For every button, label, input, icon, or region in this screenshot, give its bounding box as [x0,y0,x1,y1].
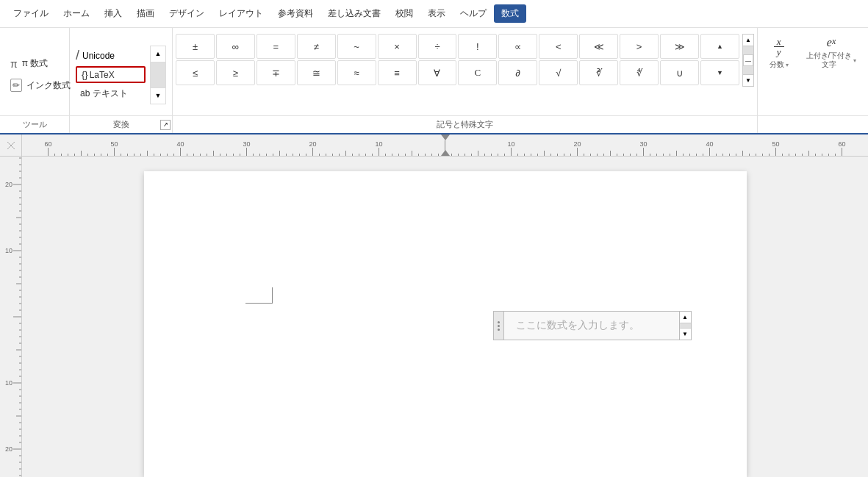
sym-gg[interactable]: ≫ [660,34,699,59]
text-btn[interactable]: ab テキスト [76,86,146,101]
menu-draw[interactable]: 描画 [129,4,162,23]
sym-scroll1[interactable]: ▲ [700,34,739,59]
menu-design[interactable]: デザイン [162,4,212,23]
menu-layout[interactable]: レイアウト [212,4,270,23]
svg-text:30: 30 [243,140,250,148]
svg-text:20: 20 [5,181,12,188]
formula-section: x y 分数 ▾ e x 上付き/下付き文字 ▾ [758,28,868,133]
sym-gt[interactable]: > [620,34,659,59]
sym-inf[interactable]: ∞ [216,34,255,59]
equation-scrollbar: ▲ ▼ [680,311,692,340]
svg-text:60: 60 [44,140,51,148]
symbols-scroll-mid[interactable]: — [743,54,753,66]
tools-label: ツール [23,119,47,130]
conversion-scroll-down[interactable]: ▼ [151,87,165,104]
symbols-label: 記号と特殊文字 [437,119,493,130]
menu-view[interactable]: 表示 [420,4,453,23]
menu-equation[interactable]: 数式 [494,4,526,23]
sym-ge[interactable]: ≥ [216,60,255,85]
sym-partial[interactable]: ∂ [498,60,537,85]
sym-propto[interactable]: ∝ [498,34,537,59]
svg-text:10: 10 [375,140,382,148]
tools-label-row: ツール [0,115,69,133]
sym-neq[interactable]: ≠ [297,34,336,59]
menu-insert[interactable]: 挿入 [97,4,129,23]
sym-excl[interactable]: ! [458,34,497,59]
main-area: 20101020 [0,157,868,477]
equation-box-container: ここに数式を入力します。 ▲ ▼ [493,311,692,340]
vertical-ruler: 20101020 [0,157,22,477]
sym-scroll2[interactable]: ▼ [700,60,739,85]
curly-braces-icon: {} [82,69,88,80]
ink-equation-btn[interactable]: ✏ インク数式 [6,76,75,94]
equation-scroll-up[interactable]: ▲ [680,312,691,323]
equation-btn[interactable]: π π 数式 [6,55,52,72]
superscript-label: 上付き/下付き文字 [806,51,853,69]
superscript-btn[interactable]: e x 上付き/下付き文字 ▾ [803,34,860,72]
menu-bar: ファイル ホーム 挿入 描画 デザイン レイアウト 参考資料 差し込み文書 校閲… [0,0,868,28]
symbols-section: ± ∞ = ≠ ~ × ÷ ! ∝ < ≪ > ≫ ▲ ≤ [173,28,758,133]
sym-cup[interactable]: ∪ [660,60,699,85]
fraction-btn[interactable]: x y 分数 ▾ [767,34,792,73]
horizontal-ruler: 605040302010102030405060 [22,135,868,157]
symbols-label-row: 記号と特殊文字 [173,115,757,133]
svg-text:20: 20 [309,140,316,148]
sym-le[interactable]: ≤ [176,60,215,85]
conversion-scroll-up[interactable]: ▲ [151,46,165,62]
formula-label-row [758,115,868,133]
sym-sqrt[interactable]: √ [539,60,578,85]
sym-div[interactable]: ÷ [418,34,457,59]
svg-text:20: 20 [573,140,581,148]
sym-equiv[interactable]: ≡ [378,60,417,85]
sym-approx[interactable]: ≈ [337,60,376,85]
sym-eq[interactable]: = [257,34,295,59]
sym-forall[interactable]: ∀ [418,60,457,85]
sym-times[interactable]: × [378,34,417,59]
sym-mp[interactable]: ∓ [257,60,295,85]
ink-icon: ✏ [10,79,22,92]
sym-tilde[interactable]: ~ [337,34,376,59]
tools-section: π π 数式 ✏ インク数式 ツール [0,28,70,133]
menu-mailings[interactable]: 差し込み文書 [320,4,388,23]
sym-pm[interactable]: ± [176,34,215,59]
symbols-scroll-up[interactable]: ▲ [743,35,753,46]
latex-btn[interactable]: {} LaTeX [76,66,146,83]
menu-references[interactable]: 参考資料 [270,4,320,23]
sym-cong[interactable]: ≅ [297,60,336,85]
svg-text:20: 20 [5,445,12,453]
conversion-section: / Unicode {} LaTeX ab テキスト ▲ ▼ [70,28,173,133]
unicode-label: Unicode [82,51,115,61]
conversion-label-row: 変換 ↗ [70,115,172,133]
handle-dots [498,321,500,331]
equation-scroll-down[interactable]: ▼ [680,328,691,340]
page: ここに数式を入力します。 ▲ ▼ [144,171,747,477]
svg-text:10: 10 [5,379,12,387]
sym-C[interactable]: C [458,60,497,85]
equation-handle[interactable] [493,311,503,340]
svg-text:10: 10 [5,247,12,254]
math-cursor [245,287,273,304]
menu-review[interactable]: 校閲 [388,4,420,23]
sym-frt[interactable]: ∜ [620,60,659,85]
slash-icon: / [76,48,79,63]
svg-text:40: 40 [706,140,713,148]
conversion-label: 変換 [113,119,129,130]
pi-icon: π [10,58,18,70]
sym-cbrt[interactable]: ∛ [579,60,618,85]
ruler-corner [0,135,22,157]
page-area: ここに数式を入力します。 ▲ ▼ [22,157,868,477]
fraction-label: 分数 [770,60,784,70]
menu-file[interactable]: ファイル [6,4,56,23]
svg-text:60: 60 [838,140,845,148]
sym-lt[interactable]: < [539,34,578,59]
svg-text:40: 40 [176,140,184,148]
svg-text:50: 50 [772,140,779,148]
equation-input[interactable]: ここに数式を入力します。 [503,311,680,340]
menu-home[interactable]: ホーム [56,4,97,23]
menu-help[interactable]: ヘルプ [453,4,494,23]
svg-text:50: 50 [110,140,118,148]
conversion-expand-btn[interactable]: ↗ [160,120,171,130]
symbols-scroll-down[interactable]: ▼ [743,74,753,86]
sym-ll[interactable]: ≪ [579,34,618,59]
svg-text:10: 10 [507,140,514,148]
